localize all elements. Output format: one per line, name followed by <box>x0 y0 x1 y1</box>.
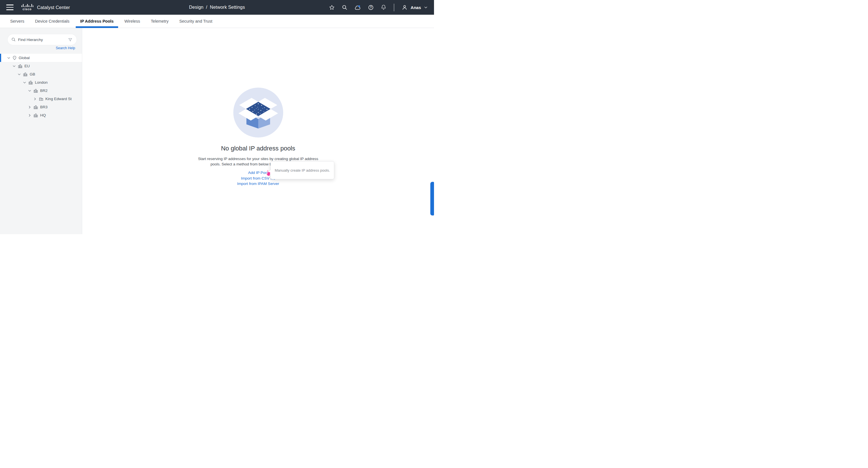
tree-item-label: BR3 <box>40 105 48 109</box>
header-actions: ? Anas <box>329 4 428 11</box>
search-input[interactable] <box>18 38 68 42</box>
cloud-status-icon[interactable] <box>354 4 361 10</box>
hierarchy-search <box>8 34 76 45</box>
area-buildings-icon <box>34 113 38 117</box>
tree-item-label: BR2 <box>40 89 48 93</box>
search-icon[interactable] <box>342 4 347 10</box>
tree-item-london[interactable]: London <box>0 78 82 87</box>
brand: cisco Catalyst Center <box>21 3 70 12</box>
site-hierarchy-tree: GlobalEUGBLondonBR2King Edward StBR3HQ <box>0 54 82 119</box>
empty-state: No global IP address pools Start reservi… <box>82 28 434 187</box>
chevron-down-icon[interactable] <box>17 73 21 76</box>
tree-item-label: EU <box>25 64 30 68</box>
cisco-logo-icon: cisco <box>21 3 33 12</box>
app-title: Catalyst Center <box>37 5 70 10</box>
chevron-right-icon[interactable] <box>28 106 32 109</box>
open-box-illustration <box>232 87 284 138</box>
tree-item-hq[interactable]: HQ <box>0 111 82 119</box>
tree-item-king-edward-st[interactable]: King Edward St <box>0 95 82 103</box>
svg-text:cisco: cisco <box>23 7 32 11</box>
menu-hamburger-icon[interactable] <box>6 4 13 10</box>
chevron-right-icon[interactable] <box>28 114 32 117</box>
tab-security-and-trust[interactable]: Security and Trust <box>174 15 218 28</box>
filter-funnel-icon[interactable] <box>68 37 72 42</box>
help-icon[interactable]: ? <box>368 4 374 10</box>
tab-device-credentials[interactable]: Device Credentials <box>30 15 75 28</box>
tree-item-global[interactable]: Global <box>0 54 82 62</box>
chevron-down-icon[interactable] <box>23 81 27 84</box>
main-panel: No global IP address pools Start reservi… <box>82 28 434 234</box>
search-icon <box>11 37 16 42</box>
tab-wireless[interactable]: Wireless <box>119 15 146 28</box>
tree-item-br2[interactable]: BR2 <box>0 87 82 95</box>
tree-item-label: London <box>35 80 48 85</box>
app-header: cisco Catalyst Center Design/Network Set… <box>0 0 434 15</box>
empty-state-title: No global IP address pools <box>221 145 295 152</box>
notifications-bell-icon[interactable] <box>381 4 386 10</box>
tree-item-eu[interactable]: EU <box>0 62 82 70</box>
svg-text:?: ? <box>370 6 372 9</box>
breadcrumb-page: Network Settings <box>210 5 245 10</box>
building-icon <box>39 97 43 101</box>
tree-item-label: King Edward St <box>45 97 72 101</box>
user-avatar-icon <box>402 4 408 10</box>
tab-servers[interactable]: Servers <box>5 15 30 28</box>
chevron-down-icon[interactable] <box>7 56 11 60</box>
favorites-star-icon[interactable] <box>329 4 335 10</box>
tab-ip-address-pools[interactable]: IP Address Pools <box>75 15 119 28</box>
area-buildings-icon <box>18 64 22 68</box>
header-divider <box>394 4 394 11</box>
breadcrumb-separator: / <box>206 5 207 10</box>
location-pin-icon <box>13 56 17 60</box>
tree-item-gb[interactable]: GB <box>0 70 82 78</box>
tooltip-text: Manually create IP address pools. <box>275 168 330 173</box>
tree-item-label: Global <box>19 56 30 60</box>
search-help-link[interactable]: Search Help <box>56 46 75 50</box>
chevron-down-icon <box>424 5 428 9</box>
scrollbar-thumb[interactable] <box>430 182 434 215</box>
tooltip: Manually create IP address pools. <box>270 161 334 179</box>
area-buildings-icon <box>34 89 38 93</box>
area-buildings-icon <box>23 72 27 76</box>
tree-item-br3[interactable]: BR3 <box>0 103 82 111</box>
tree-item-label: HQ <box>40 113 46 117</box>
chevron-down-icon[interactable] <box>12 64 16 68</box>
tree-item-label: GB <box>30 72 35 76</box>
user-menu[interactable]: Anas <box>402 4 428 10</box>
breadcrumb-section: Design <box>189 5 204 10</box>
chevron-down-icon[interactable] <box>28 89 32 92</box>
settings-tab-bar: ServersDevice CredentialsIP Address Pool… <box>0 15 434 28</box>
tab-telemetry[interactable]: Telemetry <box>146 15 174 28</box>
area-buildings-icon <box>34 105 38 109</box>
chevron-right-icon[interactable] <box>33 97 37 101</box>
site-hierarchy-sidebar: Search Help GlobalEUGBLondonBR2King Edwa… <box>0 28 82 234</box>
user-name: Anas <box>410 5 421 10</box>
import-from-ipam-server-link[interactable]: Import from IPAM Server <box>237 181 279 187</box>
area-buildings-icon <box>29 81 33 85</box>
